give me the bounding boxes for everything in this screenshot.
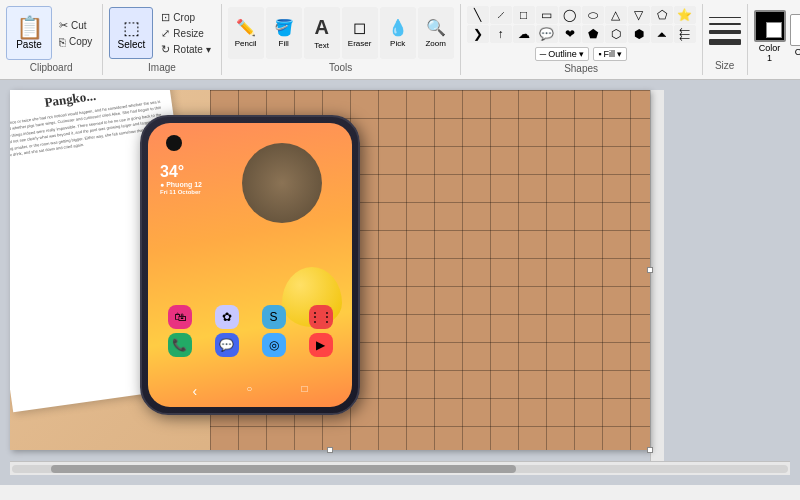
shape-ellipse[interactable]: ◯ <box>559 6 581 24</box>
shape-bubble[interactable]: 💬 <box>536 25 558 43</box>
shapes-content: ╲ ⟋ □ ▭ ◯ ⬭ △ ▽ ⬠ ⭐ ❯ ↑ ☁ 💬 ❤ ⬟ ⬡ ⬢ ⏶ ⬱ <box>467 6 696 61</box>
resize-button[interactable]: ⤢ Resize <box>157 26 214 41</box>
paste-button[interactable]: 📋 Paste <box>6 6 52 60</box>
text-button[interactable]: A Text <box>304 7 340 59</box>
shape-hex2[interactable]: ⬢ <box>628 25 650 43</box>
picker-icon: 💧 <box>388 18 408 37</box>
fill-button[interactable]: 🪣 Fill <box>266 7 302 59</box>
fill-shape-button[interactable]: ▪ Fill ▾ <box>593 47 627 61</box>
crop-button[interactable]: ⊡ Crop <box>157 10 214 25</box>
magnify-icon: 🔍 <box>426 18 446 37</box>
shape-line[interactable]: ╲ <box>467 6 489 24</box>
shape-cloud[interactable]: ☁ <box>513 25 535 43</box>
pencil-icon: ✏️ <box>236 18 256 37</box>
size-line-1[interactable] <box>709 17 741 18</box>
phone-body: 34° ● Phuong 12 Fri 11 October 🛍 ✿ <box>140 115 360 415</box>
app-youtube: ▶ <box>309 333 333 357</box>
nav-home: ○ <box>246 383 252 399</box>
rotate-icon: ↻ <box>161 43 170 56</box>
nav-recent: □ <box>301 383 307 399</box>
phone-temp: 34° <box>160 163 202 181</box>
color2-swatch[interactable] <box>790 14 800 46</box>
shape-uparrow[interactable]: ↑ <box>490 25 512 43</box>
shape-diamond[interactable]: ⬠ <box>651 6 673 24</box>
size-line-2[interactable] <box>709 23 741 25</box>
color1-swatch[interactable] <box>754 10 786 42</box>
shape-hex[interactable]: ⬟ <box>582 25 604 43</box>
color2-label: Color2 <box>795 48 800 68</box>
phone-navbar: ‹ ○ □ <box>148 383 352 399</box>
cut-button[interactable]: ✂ Cut <box>55 18 96 33</box>
copy-icon: ⎘ <box>59 36 66 48</box>
resize-icon: ⤢ <box>161 27 170 40</box>
eraser-button[interactable]: ◻ Eraser <box>342 7 378 59</box>
clipboard-mini-buttons: ✂ Cut ⎘ Copy <box>55 6 96 60</box>
horizontal-scrollbar-container <box>10 461 790 475</box>
rotate-button[interactable]: ↻ Rotate ▾ <box>157 42 214 57</box>
phone-notch <box>166 135 182 151</box>
size-label: Size <box>715 58 734 71</box>
horizontal-scrollbar-track <box>12 465 788 473</box>
resize-label: Resize <box>173 28 204 39</box>
phone-container: 34° ● Phuong 12 Fri 11 October 🛍 ✿ <box>90 105 390 435</box>
shape-rtriangle[interactable]: ▽ <box>628 6 650 24</box>
size-section: Size <box>703 4 748 75</box>
horizontal-scrollbar-thumb[interactable] <box>51 465 517 473</box>
shape-rect[interactable]: □ <box>513 6 535 24</box>
canvas-container[interactable]: Pangko... Hardly tried it once or twice … <box>10 90 650 450</box>
app-store: 🛍 <box>168 305 192 329</box>
outline-icon: ─ <box>540 49 546 59</box>
fill-shape-icon: ▪ <box>598 49 601 59</box>
picker-button[interactable]: 💧 Pick <box>380 7 416 59</box>
pencil-button[interactable]: ✏️ Pencil <box>228 7 264 59</box>
tools-section: ✏️ Pencil 🪣 Fill A Text ◻ Eraser 💧 Pick … <box>222 4 461 75</box>
resize-handle-right[interactable] <box>647 267 653 273</box>
resize-handle-bottom[interactable] <box>327 447 333 453</box>
app-phone: 📞 <box>168 333 192 357</box>
text-label: Text <box>314 41 329 50</box>
size-line-3[interactable] <box>709 30 741 34</box>
shape-roundrect[interactable]: ▭ <box>536 6 558 24</box>
tools-content: ✏️ Pencil 🪣 Fill A Text ◻ Eraser 💧 Pick … <box>228 6 454 60</box>
shapes-grid: ╲ ⟋ □ ▭ ◯ ⬭ △ ▽ ⬠ ⭐ ❯ ↑ ☁ 💬 ❤ ⬟ ⬡ ⬢ ⏶ ⬱ <box>467 6 696 43</box>
copy-button[interactable]: ⎘ Copy <box>55 35 96 49</box>
colors-content: Color1 Color2 <box>754 6 800 68</box>
fill-label: Fill <box>279 39 289 48</box>
fill-shape-label: Fill ▾ <box>603 49 622 59</box>
image-content: ⬚ Select ⊡ Crop ⤢ Resize ↻ Rotate ▾ <box>109 6 214 60</box>
shape-pent[interactable]: ⬡ <box>605 25 627 43</box>
shape-oval[interactable]: ⬭ <box>582 6 604 24</box>
shape-heart[interactable]: ❤ <box>559 25 581 43</box>
outline-button[interactable]: ─ Outline ▾ <box>535 47 589 61</box>
color1-label: Color1 <box>759 44 781 64</box>
crop-label: Crop <box>173 12 195 23</box>
shape-line2[interactable]: ⟋ <box>490 6 512 24</box>
clipboard-label: Clipboard <box>30 60 73 73</box>
pencil-label: Pencil <box>235 39 257 48</box>
select-label: Select <box>117 39 145 50</box>
shapes-controls: ─ Outline ▾ ▪ Fill ▾ <box>535 47 628 61</box>
outline-label: Outline ▾ <box>548 49 584 59</box>
toolbar: 📋 Paste ✂ Cut ⎘ Copy Clipboard <box>0 0 800 80</box>
text-icon: A <box>314 16 328 39</box>
canvas-area: Pangko... Hardly tried it once or twice … <box>0 80 800 485</box>
shape-para[interactable]: ⬱ <box>674 25 696 43</box>
canvas-wrapper: Pangko... Hardly tried it once or twice … <box>10 90 790 461</box>
vertical-scrollbar[interactable] <box>650 90 664 461</box>
size-line-4[interactable] <box>709 39 741 45</box>
vertical-scroll-area <box>650 90 790 461</box>
eraser-label: Eraser <box>348 39 372 48</box>
canvas-image: Pangko... Hardly tried it once or twice … <box>10 90 650 450</box>
resize-handle-bottomright[interactable] <box>647 447 653 453</box>
magnify-button[interactable]: 🔍 Zoom <box>418 7 454 59</box>
cut-icon: ✂ <box>59 19 68 32</box>
shape-triangle[interactable]: △ <box>605 6 627 24</box>
shape-star[interactable]: ⭐ <box>674 6 696 24</box>
shape-oct[interactable]: ⏶ <box>651 25 673 43</box>
crop-icon: ⊡ <box>161 11 170 24</box>
image-label: Image <box>148 60 176 73</box>
fill-icon: 🪣 <box>274 18 294 37</box>
shape-arrow[interactable]: ❯ <box>467 25 489 43</box>
select-button[interactable]: ⬚ Select <box>109 7 153 59</box>
picker-label: Pick <box>390 39 405 48</box>
